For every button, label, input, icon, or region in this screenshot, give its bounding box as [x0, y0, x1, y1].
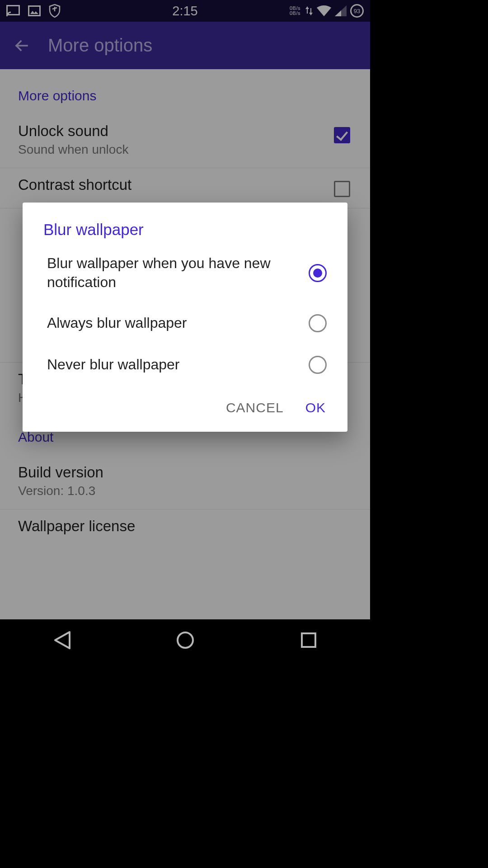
cancel-button[interactable]: CANCEL	[226, 400, 284, 415]
radio-label: Blur wallpaper when you have new notific…	[47, 254, 291, 292]
system-nav-bar	[0, 619, 370, 660]
dialog-actions: CANCEL OK	[23, 386, 347, 421]
dialog-title: Blur wallpaper	[23, 221, 347, 243]
radio-option-never-blur[interactable]: Never blur wallpaper	[23, 344, 347, 386]
nav-back-button[interactable]	[49, 627, 75, 653]
ok-button[interactable]: OK	[305, 400, 326, 415]
svg-point-2	[178, 632, 193, 648]
nav-home-button[interactable]	[173, 627, 198, 653]
radio-selected-icon[interactable]	[309, 264, 327, 282]
radio-label: Always blur wallpaper	[47, 314, 187, 333]
radio-option-blur-on-notification[interactable]: Blur wallpaper when you have new notific…	[23, 243, 347, 302]
blur-wallpaper-dialog: Blur wallpaper Blur wallpaper when you h…	[23, 203, 347, 432]
radio-unselected-icon[interactable]	[309, 356, 327, 374]
radio-label: Never blur wallpaper	[47, 355, 179, 374]
radio-option-always-blur[interactable]: Always blur wallpaper	[23, 302, 347, 344]
screen-root: 2:15 0B/s 0B/s	[0, 0, 370, 660]
svg-rect-3	[302, 633, 315, 647]
radio-unselected-icon[interactable]	[309, 314, 327, 332]
nav-recents-button[interactable]	[296, 627, 321, 653]
